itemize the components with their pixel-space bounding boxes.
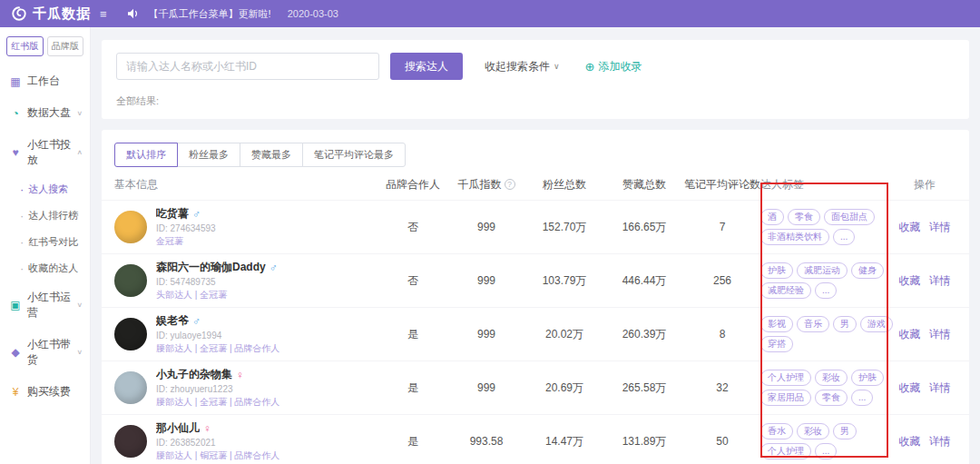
add-record-label: 添加收录: [599, 59, 642, 74]
talent-tag[interactable]: ...: [833, 229, 855, 245]
brand-partner-value: 是: [377, 434, 448, 449]
main-content: 搜索达人 收起搜索条件 ∨ ⊕ 添加收录 全部结果: 默认排序 粉丝最多 赞藏最…: [91, 27, 980, 464]
avatar[interactable]: [114, 264, 147, 297]
sidebar-item-xhs-sales[interactable]: ◆ 小红书带货 ∨: [0, 329, 90, 376]
user-id: ID: zhouyueru1223: [156, 384, 279, 394]
actions-cell: 收藏 详情: [893, 273, 956, 289]
sort-tab-most-avg-comments[interactable]: 笔记平均评论最多: [302, 143, 406, 167]
talent-tag[interactable]: 酒: [760, 209, 784, 225]
talent-tag[interactable]: 非酒精类饮料: [760, 229, 829, 245]
talent-tag[interactable]: 零食: [815, 390, 848, 406]
collect-link[interactable]: 收藏: [898, 328, 920, 341]
talent-tag[interactable]: 男: [833, 423, 857, 439]
user-level-badges: 腰部达人 | 全冠薯 | 品牌合作人: [156, 342, 279, 355]
sort-tab-most-fans[interactable]: 粉丝最多: [177, 143, 240, 167]
search-input[interactable]: [116, 53, 379, 80]
likes-total-value: 166.65万: [604, 220, 684, 235]
user-name[interactable]: 吃货薯: [156, 206, 189, 222]
user-level-badges: 金冠薯: [156, 235, 216, 248]
basic-info-cell: 小丸子的杂物集 ♀ ID: zhouyueru1223 腰部达人 | 全冠薯 |…: [114, 367, 377, 409]
sidebar-item-xhs-launch[interactable]: ♥ 小红书投放 ∧: [0, 129, 90, 176]
sidebar-item-purchase-renew[interactable]: ¥ 购买续费: [0, 376, 90, 408]
talent-tag[interactable]: 男: [833, 316, 857, 332]
talent-tag[interactable]: 穿搭: [760, 336, 793, 352]
sidebar-item-workbench[interactable]: ▦ 工作台: [0, 65, 90, 97]
talent-tag[interactable]: 护肤: [851, 370, 884, 386]
sidebar-subitem-talent-search[interactable]: · 达人搜索: [0, 176, 90, 202]
tab-brand-version[interactable]: 品牌版: [47, 36, 84, 56]
talent-tag[interactable]: 音乐: [797, 316, 829, 332]
col-fans-total: 粉丝总数: [524, 177, 604, 193]
talent-tag[interactable]: 彩妆: [815, 370, 848, 386]
collect-link[interactable]: 收藏: [898, 381, 920, 394]
sidebar-subitem-account-compare[interactable]: · 红书号对比: [0, 229, 90, 255]
avatar[interactable]: [114, 425, 147, 458]
user-name[interactable]: 小丸子的杂物集: [156, 367, 232, 382]
sort-tab-most-likes[interactable]: 赞藏最多: [240, 143, 303, 167]
col-likes-total: 赞藏总数: [604, 177, 684, 193]
sidebar-subitem-label: 达人搜索: [28, 183, 68, 196]
detail-link[interactable]: 详情: [929, 274, 951, 287]
talent-tag[interactable]: 香水: [760, 423, 793, 439]
sidebar-item-xhs-operation[interactable]: ▣ 小红书运营 ∨: [0, 281, 90, 329]
gender-icon: ♂: [192, 209, 201, 220]
shopping-bag-icon: ◆: [9, 346, 22, 359]
sidebar-subitem-collected-talents[interactable]: · 收藏的达人: [0, 255, 90, 281]
avatar[interactable]: [114, 211, 147, 243]
chevron-up-icon: ∧: [76, 149, 83, 156]
brand-partner-value: 是: [377, 380, 448, 396]
gender-icon: ♂: [270, 262, 278, 273]
sidebar-item-label: 小红书带货: [27, 337, 71, 368]
chevron-down-icon: ∨: [76, 301, 83, 309]
detail-link[interactable]: 详情: [929, 221, 951, 233]
talent-tag[interactable]: 彩妆: [797, 423, 829, 439]
talent-tag[interactable]: 面包甜点: [824, 209, 875, 225]
bullet-icon: ·: [20, 266, 24, 271]
talent-tag[interactable]: 零食: [788, 209, 820, 225]
talent-tag[interactable]: 个人护理: [760, 370, 811, 386]
detail-link[interactable]: 详情: [929, 328, 951, 341]
detail-link[interactable]: 详情: [929, 435, 951, 448]
table-row: 吃货薯 ♂ ID: 274634593 金冠薯 否 999 152.70万 16…: [102, 200, 969, 253]
talent-tag[interactable]: ...: [815, 282, 837, 299]
col-label: 千瓜指数: [458, 178, 502, 191]
circle-plus-icon: ⊕: [585, 61, 595, 73]
add-record-link[interactable]: ⊕ 添加收录: [585, 59, 642, 74]
talent-tag[interactable]: 护肤: [760, 262, 793, 279]
talent-tag[interactable]: 游戏: [860, 316, 893, 332]
avatar[interactable]: [114, 371, 147, 404]
info-icon[interactable]: ?: [505, 179, 515, 190]
sidebar-item-data-board[interactable]: ◔ 数据大盘 ∨: [0, 97, 90, 129]
sidebar-subitem-label: 达人排行榜: [28, 209, 78, 222]
user-name[interactable]: 那小仙儿: [156, 420, 200, 436]
user-name[interactable]: 森阳六一的瑜伽Daddy: [156, 260, 266, 275]
sort-tab-default[interactable]: 默认排序: [114, 143, 178, 167]
top-header: 千瓜数据 ≡ 【千瓜工作台菜单】更新啦! 2020-03-03: [0, 0, 980, 27]
tab-redbook-version[interactable]: 红书版: [6, 36, 44, 56]
announcement-text[interactable]: 【千瓜工作台菜单】更新啦!: [149, 7, 271, 21]
user-name[interactable]: 娱老爷: [156, 313, 189, 329]
talent-tag[interactable]: 减肥运动: [797, 262, 848, 279]
avatar[interactable]: [114, 318, 147, 350]
menu-lines-icon[interactable]: ≡: [100, 7, 107, 21]
talent-tag[interactable]: 减肥经验: [760, 282, 811, 299]
talent-tag[interactable]: ...: [815, 443, 837, 459]
talent-tag[interactable]: 个人护理: [760, 443, 811, 459]
tag-list: 香水彩妆男个人护理...: [760, 423, 893, 459]
detail-link[interactable]: 详情: [929, 381, 951, 394]
search-button[interactable]: 搜索达人: [390, 53, 463, 80]
talent-tag[interactable]: ...: [851, 390, 873, 406]
collect-link[interactable]: 收藏: [898, 221, 920, 233]
app-logo[interactable]: 千瓜数据: [11, 5, 91, 23]
talent-tag[interactable]: 健身: [851, 262, 884, 279]
collect-link[interactable]: 收藏: [898, 274, 920, 287]
table-header: 基本信息 品牌合作人 千瓜指数? 粉丝总数 赞藏总数 笔记平均评论数 达人标签 …: [102, 169, 969, 200]
talent-tag[interactable]: 影视: [760, 316, 793, 332]
collect-link[interactable]: 收藏: [898, 435, 920, 448]
sidebar-subitem-talent-ranking[interactable]: · 达人排行榜: [0, 202, 90, 229]
qiangua-index-value: 999: [448, 274, 524, 287]
tag-list: 护肤减肥运动健身减肥经验...: [760, 262, 893, 299]
collapse-search-toggle[interactable]: 收起搜索条件 ∨: [485, 59, 560, 74]
talent-tag[interactable]: 家居用品: [760, 390, 811, 406]
grid-icon: ▦: [9, 75, 22, 88]
